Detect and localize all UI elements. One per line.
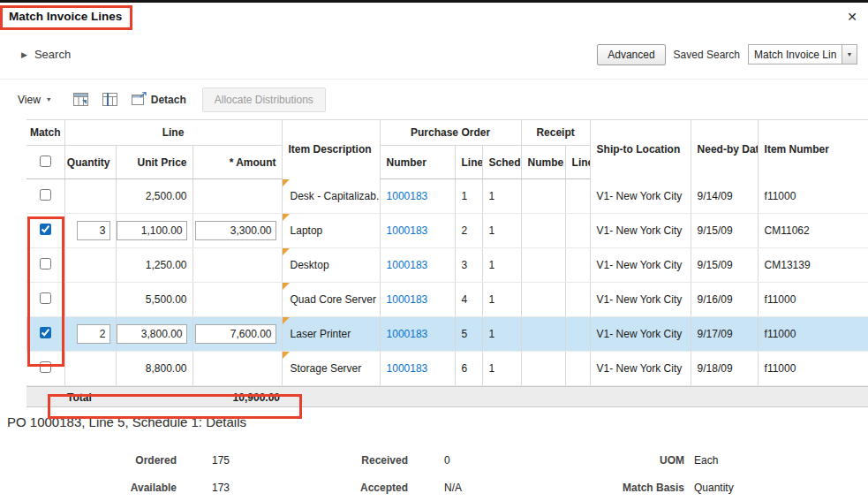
amount-cell <box>192 283 282 317</box>
unit-price-cell: 1,250.00 <box>116 248 192 283</box>
item-number-cell: f11000 <box>758 179 868 214</box>
detach-label: Detach <box>151 94 186 106</box>
po-number-link[interactable]: 1000183 <box>387 362 428 375</box>
item-description-cell: Storage Server <box>282 352 380 386</box>
item-description-cell: Laptop <box>282 214 380 248</box>
column-header-quantity: Quantity <box>64 146 116 179</box>
column-header-po-schedule: Schedul <box>482 146 521 179</box>
advanced-button[interactable]: Advanced <box>597 44 665 65</box>
table-row[interactable]: Laser Printer 1000183 5 1 V1- New York C… <box>26 317 868 352</box>
column-group-line: Line <box>64 120 282 146</box>
table-row[interactable]: 8,800.00 Storage Server 1000183 6 1 V1- … <box>26 352 868 386</box>
column-group-receipt: Receipt <box>521 120 590 146</box>
item-description-cell: Desktop <box>282 248 380 283</box>
dialog-title: Match Invoice Lines <box>9 10 122 23</box>
receipt-line-cell <box>565 317 590 352</box>
po-line-cell: 1 <box>455 179 482 214</box>
receipt-line-cell <box>565 283 590 317</box>
unit-price-input[interactable] <box>117 324 187 344</box>
receipt-number-cell <box>521 248 565 283</box>
table-row[interactable]: 2,500.00 Desk - Capitalizab... 1000183 1… <box>26 179 868 214</box>
select-all-checkbox[interactable] <box>40 156 51 167</box>
total-row: Total 10,900.00 <box>26 386 868 407</box>
received-value: 0 <box>444 454 450 467</box>
uom-label: UOM <box>508 454 684 467</box>
dropdown-caret-icon[interactable]: ▼ <box>842 44 857 65</box>
po-schedule-cell: 1 <box>482 352 521 386</box>
disclosure-triangle-icon[interactable]: ▶ <box>21 50 27 59</box>
po-number-link[interactable]: 1000183 <box>387 293 428 306</box>
export-icon[interactable] <box>73 93 88 106</box>
po-line-cell: 5 <box>455 317 482 352</box>
quantity-input[interactable] <box>77 324 110 344</box>
unit-price-cell <box>116 317 192 352</box>
chevron-down-icon: ▼ <box>46 96 52 102</box>
table-row[interactable]: 5,500.00 Quad Core Server 1000183 4 1 V1… <box>26 283 868 317</box>
search-section-label[interactable]: Search <box>34 48 71 61</box>
unit-price-input[interactable] <box>117 221 187 240</box>
item-description-cell: Quad Core Server <box>282 283 380 317</box>
po-number-link[interactable]: 1000183 <box>387 328 428 340</box>
changed-indicator-icon <box>283 248 290 255</box>
changed-indicator-icon <box>283 214 290 221</box>
po-number-link[interactable]: 1000183 <box>387 190 428 202</box>
unit-price-cell: 2,500.00 <box>116 179 192 214</box>
column-header-receipt-number: Numbe <box>521 146 565 179</box>
column-header-item-description: Item Description <box>282 120 380 179</box>
row-select-checkbox[interactable] <box>40 189 51 201</box>
column-header-receipt-line: Line <box>565 146 590 179</box>
item-number-cell: CM11062 <box>758 214 868 248</box>
receipt-line-cell <box>565 214 590 248</box>
po-number-link[interactable]: 1000183 <box>387 224 428 237</box>
detach-button[interactable]: Detach <box>132 92 186 108</box>
quantity-cell <box>64 214 116 248</box>
item-description-cell: Laser Printer <box>282 317 380 352</box>
item-number-cell: f11000 <box>758 283 868 317</box>
po-line-cell: 2 <box>455 214 482 248</box>
po-schedule-cell: 1 <box>482 214 521 248</box>
receipt-number-cell <box>521 283 565 317</box>
saved-search-label: Saved Search <box>674 49 740 61</box>
amount-cell <box>192 179 282 214</box>
table-row[interactable]: 1,250.00 Desktop 1000183 3 1 V1- New Yor… <box>26 248 868 283</box>
match-invoice-lines-dialog: Match Invoice Lines ✕ ▶ Search Advanced … <box>0 0 868 501</box>
details-heading: PO 1000183, Line 5, Schedule 1: Details <box>0 407 868 429</box>
amount-input[interactable] <box>195 324 276 344</box>
po-line-cell: 4 <box>455 283 482 317</box>
po-schedule-cell: 1 <box>482 179 521 214</box>
column-header-ship-to: Ship-to Location <box>590 120 691 179</box>
close-icon[interactable]: ✕ <box>847 11 857 23</box>
view-menu-button[interactable]: View ▼ <box>18 94 52 106</box>
match-basis-label: Match Basis <box>508 482 684 494</box>
amount-input[interactable] <box>195 221 276 240</box>
quantity-input[interactable] <box>77 221 110 240</box>
po-schedule-cell: 1 <box>482 283 521 317</box>
changed-indicator-icon <box>283 283 290 290</box>
item-description-cell: Desk - Capitalizab... <box>282 179 380 214</box>
changed-indicator-icon <box>283 352 290 359</box>
row-select-checkbox[interactable] <box>40 292 51 304</box>
item-number-cell: f11000 <box>758 317 868 352</box>
need-by-cell: 9/15/09 <box>691 248 758 283</box>
detach-icon <box>132 92 147 108</box>
po-schedule-cell: 1 <box>482 317 521 352</box>
row-select-checkbox[interactable] <box>40 361 51 373</box>
table-row[interactable]: Laptop 1000183 2 1 V1- New York City 9/1… <box>26 214 868 248</box>
need-by-cell: 9/15/09 <box>691 214 758 248</box>
column-group-purchase-order: Purchase Order <box>380 120 521 146</box>
quantity-cell <box>64 179 116 214</box>
saved-search-input[interactable] <box>748 44 842 65</box>
saved-search-combobox[interactable]: ▼ <box>748 44 857 65</box>
receipt-number-cell <box>521 317 565 352</box>
po-number-link[interactable]: 1000183 <box>387 259 428 271</box>
need-by-cell: 9/14/09 <box>691 179 758 214</box>
allocate-distributions-button[interactable]: Allocate Distributions <box>202 87 326 112</box>
view-menu-label: View <box>18 94 41 106</box>
receipt-line-cell <box>565 179 590 214</box>
column-header-match: Match <box>26 120 64 146</box>
row-select-checkbox[interactable] <box>40 258 51 269</box>
item-number-cell: f11000 <box>758 352 868 386</box>
row-select-checkbox[interactable] <box>40 224 51 235</box>
row-select-checkbox[interactable] <box>40 327 51 338</box>
freeze-icon[interactable] <box>102 93 117 106</box>
